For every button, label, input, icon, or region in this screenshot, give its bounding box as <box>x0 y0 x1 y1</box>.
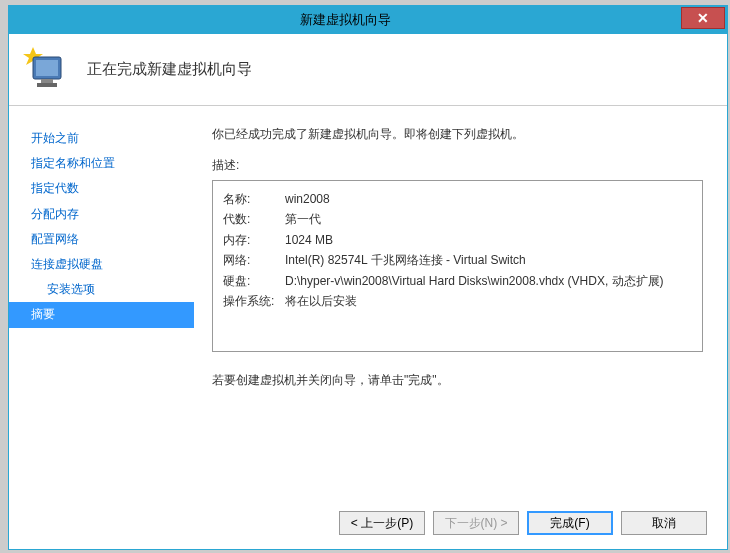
svg-rect-3 <box>41 79 53 83</box>
summary-row: 名称:win2008 <box>223 189 692 209</box>
summary-value: 1024 MB <box>285 230 692 250</box>
sidebar-item-6[interactable]: 安装选项 <box>9 277 194 302</box>
svg-rect-2 <box>36 60 58 76</box>
summary-row: 网络:Intel(R) 82574L 千兆网络连接 - Virtual Swit… <box>223 250 692 270</box>
summary-key: 网络: <box>223 250 285 270</box>
close-icon: ✕ <box>697 10 709 26</box>
sidebar-item-4[interactable]: 配置网络 <box>9 227 194 252</box>
summary-box: 名称:win2008代数:第一代内存:1024 MB网络:Intel(R) 82… <box>212 180 703 352</box>
summary-key: 代数: <box>223 209 285 229</box>
sidebar-item-1[interactable]: 指定名称和位置 <box>9 151 194 176</box>
summary-key: 操作系统: <box>223 291 285 311</box>
summary-row: 硬盘:D:\hyper-v\win2008\Virtual Hard Disks… <box>223 271 692 291</box>
sidebar-item-7[interactable]: 摘要 <box>9 302 194 327</box>
wizard-header: 正在完成新建虚拟机向导 <box>9 34 727 106</box>
svg-rect-4 <box>37 83 57 87</box>
page-title: 正在完成新建虚拟机向导 <box>87 60 252 79</box>
summary-row: 内存:1024 MB <box>223 230 692 250</box>
summary-key: 硬盘: <box>223 271 285 291</box>
footer-buttons: < 上一步(P) 下一步(N) > 完成(F) 取消 <box>339 511 707 535</box>
wizard-icon <box>23 45 73 95</box>
summary-row: 代数:第一代 <box>223 209 692 229</box>
summary-value: 第一代 <box>285 209 692 229</box>
sidebar-item-2[interactable]: 指定代数 <box>9 176 194 201</box>
sidebar-item-3[interactable]: 分配内存 <box>9 202 194 227</box>
hint-text: 若要创建虚拟机并关闭向导，请单击"完成"。 <box>212 372 703 389</box>
prev-button[interactable]: < 上一步(P) <box>339 511 425 535</box>
wizard-window: 新建虚拟机向导 ✕ 正在完成新建虚拟机向导 开始之前指定名称和位置指定代数分配内… <box>8 5 728 550</box>
next-button: 下一步(N) > <box>433 511 519 535</box>
cancel-button[interactable]: 取消 <box>621 511 707 535</box>
titlebar: 新建虚拟机向导 ✕ <box>9 6 727 34</box>
summary-key: 名称: <box>223 189 285 209</box>
close-button[interactable]: ✕ <box>681 7 725 29</box>
finish-button[interactable]: 完成(F) <box>527 511 613 535</box>
window-title: 新建虚拟机向导 <box>9 11 681 29</box>
summary-value: D:\hyper-v\win2008\Virtual Hard Disks\wi… <box>285 271 692 291</box>
intro-text: 你已经成功完成了新建虚拟机向导。即将创建下列虚拟机。 <box>212 126 703 143</box>
sidebar-item-5[interactable]: 连接虚拟硬盘 <box>9 252 194 277</box>
summary-key: 内存: <box>223 230 285 250</box>
summary-value: win2008 <box>285 189 692 209</box>
summary-row: 操作系统:将在以后安装 <box>223 291 692 311</box>
wizard-body: 开始之前指定名称和位置指定代数分配内存配置网络连接虚拟硬盘安装选项摘要 你已经成… <box>9 106 727 496</box>
main-content: 你已经成功完成了新建虚拟机向导。即将创建下列虚拟机。 描述: 名称:win200… <box>194 106 727 496</box>
sidebar: 开始之前指定名称和位置指定代数分配内存配置网络连接虚拟硬盘安装选项摘要 <box>9 106 194 496</box>
summary-value: Intel(R) 82574L 千兆网络连接 - Virtual Switch <box>285 250 692 270</box>
summary-value: 将在以后安装 <box>285 291 692 311</box>
description-label: 描述: <box>212 157 703 174</box>
sidebar-item-0[interactable]: 开始之前 <box>9 126 194 151</box>
